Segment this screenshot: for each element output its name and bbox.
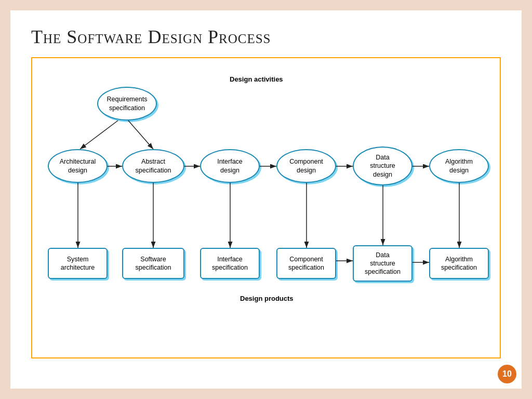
component-design-node: Component design — [276, 149, 336, 183]
slide: The Software Design Process Design activ… — [10, 10, 522, 389]
system-arch-node: System architecture — [48, 248, 108, 279]
algorithm-design-node: Algorithm design — [429, 149, 489, 183]
design-products-label: Design products — [240, 295, 294, 302]
algorithm-spec-node: Algorithm specification — [429, 248, 489, 279]
svg-line-2 — [128, 121, 153, 149]
svg-line-1 — [80, 121, 118, 149]
component-spec-node: Component specification — [276, 248, 336, 279]
data-structure-design-node: Data structure design — [353, 147, 413, 185]
diagram-container: Design activities Requirements specifica… — [31, 57, 501, 358]
interface-spec-node: Interface specification — [200, 248, 260, 279]
interface-design-node: Interface design — [200, 149, 260, 183]
software-spec-node: Software specification — [122, 248, 184, 279]
design-activities-label: Design activities — [230, 75, 283, 83]
page-number: 10 — [498, 365, 516, 383]
architectural-design-node: Architectural design — [48, 149, 108, 183]
requirements-node: Requirements specification — [97, 87, 157, 121]
slide-title: The Software Design Process — [31, 26, 501, 48]
diagram: Design activities Requirements specifica… — [37, 66, 495, 350]
abstract-spec-node: Abstract specification — [122, 149, 184, 183]
data-structure-spec-node: Data structure specification — [353, 245, 413, 282]
